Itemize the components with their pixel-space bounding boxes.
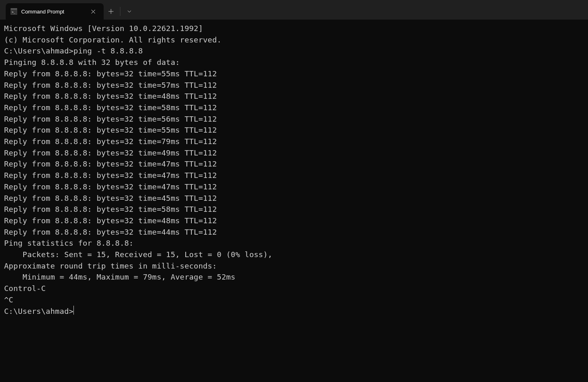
prompt-path: C:\Users\ahmad> <box>4 307 73 315</box>
ping-reply: Reply from 8.8.8.8: bytes=32 time=45ms T… <box>4 193 584 204</box>
tab-close-button[interactable] <box>87 6 99 17</box>
cmd-icon: >_ <box>11 8 17 15</box>
cursor <box>73 306 74 315</box>
ping-reply: Reply from 8.8.8.8: bytes=32 time=48ms T… <box>4 215 584 227</box>
stats-rtt: Minimum = 44ms, Maximum = 79ms, Average … <box>4 271 584 283</box>
ping-reply: Reply from 8.8.8.8: bytes=32 time=49ms T… <box>4 147 584 159</box>
ping-reply: Reply from 8.8.8.8: bytes=32 time=58ms T… <box>4 204 584 215</box>
command-text: ping -t 8.8.8.8 <box>73 47 143 55</box>
banner-line: (c) Microsoft Corporation. All rights re… <box>4 34 584 46</box>
ping-reply: Reply from 8.8.8.8: bytes=32 time=47ms T… <box>4 170 584 181</box>
caret-c: ^C <box>4 294 584 306</box>
svg-rect-1 <box>11 8 17 10</box>
ping-reply: Reply from 8.8.8.8: bytes=32 time=57ms T… <box>4 80 584 91</box>
prompt-line: C:\Users\ahmad>ping -t 8.8.8.8 <box>4 45 584 57</box>
banner-line: Microsoft Windows [Version 10.0.22621.19… <box>4 23 584 34</box>
prompt-path: C:\Users\ahmad> <box>4 47 73 55</box>
ping-reply: Reply from 8.8.8.8: bytes=32 time=58ms T… <box>4 102 584 113</box>
ping-reply: Reply from 8.8.8.8: bytes=32 time=48ms T… <box>4 91 584 102</box>
ping-reply: Reply from 8.8.8.8: bytes=32 time=56ms T… <box>4 113 584 125</box>
titlebar-divider <box>120 7 120 16</box>
new-tab-button[interactable] <box>104 4 118 19</box>
ping-reply: Reply from 8.8.8.8: bytes=32 time=47ms T… <box>4 181 584 193</box>
ping-reply: Reply from 8.8.8.8: bytes=32 time=55ms T… <box>4 124 584 136</box>
titlebar: >_ Command Prompt <box>0 0 588 20</box>
titlebar-actions <box>104 3 137 20</box>
ping-reply: Reply from 8.8.8.8: bytes=32 time=79ms T… <box>4 136 584 147</box>
ping-reply: Reply from 8.8.8.8: bytes=32 time=47ms T… <box>4 158 584 170</box>
stats-rtt-header: Approximate round trip times in milli-se… <box>4 260 584 272</box>
ping-reply: Reply from 8.8.8.8: bytes=32 time=55ms T… <box>4 68 584 80</box>
terminal-output[interactable]: Microsoft Windows [Version 10.0.22621.19… <box>0 20 588 320</box>
control-c: Control-C <box>4 283 584 294</box>
prompt-line: C:\Users\ahmad> <box>4 306 584 317</box>
stats-header: Ping statistics for 8.8.8.8: <box>4 238 584 249</box>
tab-title: Command Prompt <box>21 9 67 15</box>
stats-packets: Packets: Sent = 15, Received = 15, Lost … <box>4 249 584 260</box>
tab-dropdown-button[interactable] <box>122 4 137 19</box>
tab-command-prompt[interactable]: >_ Command Prompt <box>6 3 104 20</box>
svg-text:>_: >_ <box>12 11 16 14</box>
ping-reply: Reply from 8.8.8.8: bytes=32 time=44ms T… <box>4 227 584 238</box>
ping-header: Pinging 8.8.8.8 with 32 bytes of data: <box>4 57 584 68</box>
